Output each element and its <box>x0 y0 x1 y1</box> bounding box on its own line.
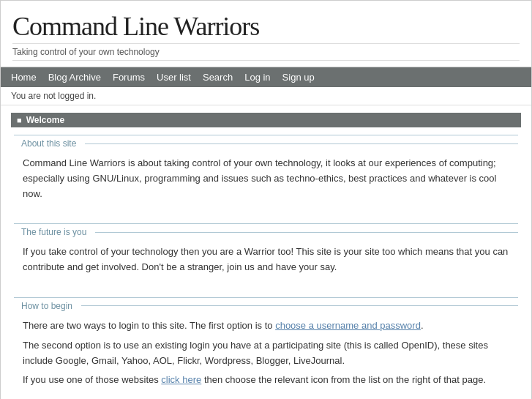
nav-blog-archive[interactable]: Blog Archive <box>48 72 101 83</box>
about-title: About this site <box>14 135 518 153</box>
about-body: Command Line Warriors is about taking co… <box>14 153 518 212</box>
howtobegin-title: How to begin <box>14 297 518 316</box>
howtobegin-line5: If you use one of those websites <box>23 374 161 385</box>
about-subsection: About this site Command Line Warriors is… <box>11 135 521 212</box>
welcome-section-header: ■ Welcome <box>11 113 521 127</box>
howtobegin-period: . <box>421 320 424 331</box>
future-subsection: The future is you If you take control of… <box>11 223 521 286</box>
login-status: You are not logged in. <box>1 87 531 105</box>
choose-username-link[interactable]: choose a username and password <box>275 320 421 331</box>
site-title: Command Line Warriors <box>12 11 520 42</box>
tagline: Taking control of your own technology <box>12 43 520 61</box>
howtobegin-openid: The second option is to use an existing … <box>23 338 509 369</box>
nav-user-list[interactable]: User list <box>157 72 191 83</box>
navbar: Home Blog Archive Forums User list Searc… <box>1 67 531 87</box>
future-title: The future is you <box>14 223 518 242</box>
nav-home[interactable]: Home <box>11 72 37 83</box>
howtobegin-subsection: How to begin There are two ways to login… <box>11 297 521 398</box>
nav-signup[interactable]: Sign up <box>282 72 315 83</box>
site-header: Command Line Warriors Taking control of … <box>1 1 531 67</box>
nav-search[interactable]: Search <box>203 72 233 83</box>
howtobegin-line1: There are two ways to login to this site… <box>23 320 275 331</box>
click-here-link[interactable]: click here <box>161 374 201 385</box>
section-icon: ■ <box>17 116 22 124</box>
main-content: ■ Welcome About this site Command Line W… <box>1 105 531 399</box>
welcome-label: Welcome <box>26 115 64 125</box>
howtobegin-body: There are two ways to login to this site… <box>14 316 518 398</box>
future-body: If you take control of your technology t… <box>14 242 518 286</box>
nav-forums[interactable]: Forums <box>113 72 145 83</box>
howtobegin-line6: then choose the relevant icon from the l… <box>201 374 486 385</box>
nav-login[interactable]: Log in <box>244 72 270 83</box>
